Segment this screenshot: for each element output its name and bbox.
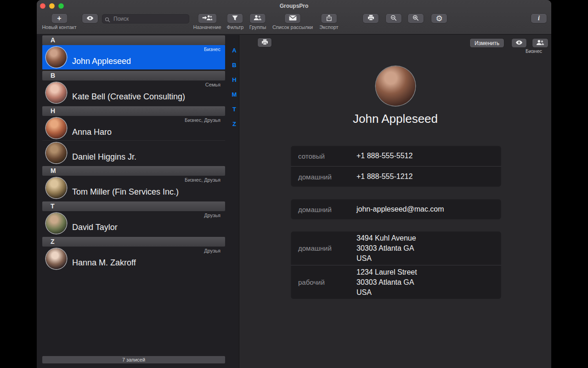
phone-value: +1 888-555-1212 [356, 172, 413, 181]
zoom-in-button[interactable] [408, 14, 424, 23]
toolbar-settings-group: ⚙ [431, 14, 447, 23]
toolbar-print-group [363, 14, 379, 23]
plus-icon: + [57, 15, 61, 22]
section-header-z: Z [42, 237, 225, 247]
contact-group-label: Бизнес [519, 48, 548, 54]
address-row: рабочий 1234 Laurel Street 30303 Atlanta… [291, 265, 501, 299]
section-header-h: H [42, 106, 225, 116]
titlebar: GroupsPro [37, 0, 551, 12]
contact-tag: Друзья [204, 213, 220, 218]
toolbar-search-group [102, 14, 189, 23]
address-line: 1234 Laurel Street [356, 267, 417, 277]
filter-button[interactable] [227, 14, 243, 23]
assign-label: Назначение [193, 25, 221, 30]
contact-row-kate-bell[interactable]: Семья Kate Bell (Creative Consulting) [42, 80, 225, 105]
section-letter: T [51, 202, 55, 210]
search-input[interactable] [102, 14, 189, 23]
new-contact-label: Новый контакт [42, 25, 76, 30]
edit-contact-button[interactable]: Изменить [470, 39, 504, 47]
print-button[interactable] [363, 14, 379, 23]
contact-photo [376, 66, 415, 106]
address-line: USA [356, 253, 416, 264]
section-letter: H [51, 107, 55, 115]
toolbar-filter-group: Фильтр [227, 14, 244, 30]
phone-value: +1 888-555-5512 [356, 152, 413, 160]
window-chrome: GroupsPro + Новый контакт [37, 0, 551, 34]
address-card: домашний 3494 Kuhl Avenue 30303 Atlanta … [291, 231, 501, 299]
funnel-icon [232, 15, 238, 23]
new-contact-button[interactable]: + [51, 14, 67, 23]
eye-icon [86, 15, 94, 22]
toolbar-zoom-out-group [386, 14, 401, 23]
detail-groups-button[interactable] [532, 39, 548, 47]
contact-row-john-appleseed[interactable]: Бизнес John Appleseed [42, 45, 225, 69]
avatar [46, 143, 67, 163]
contact-detail: Изменить Бизнес John Appleseed сотовый +… [239, 35, 551, 368]
address-label: домашний [298, 244, 356, 252]
phone-row: сотовый +1 888-555-5512 [291, 146, 501, 166]
address-value: 1234 Laurel Street 30303 Atlanta GA USA [356, 267, 417, 298]
settings-button[interactable]: ⚙ [431, 14, 447, 23]
address-line: USA [356, 288, 417, 298]
toolbar-view-group [82, 14, 98, 23]
index-letter-a[interactable]: A [232, 46, 236, 55]
email-value: john-appleseed@mac.com [356, 205, 444, 213]
record-count: 7 записей [42, 356, 225, 363]
avatar [46, 82, 67, 103]
toolbar-info-group: i [531, 14, 547, 23]
email-label: домашний [298, 206, 356, 213]
zoom-out-button[interactable] [386, 14, 401, 23]
contact-tag: Бизнес, Друзья [185, 177, 220, 183]
alphabet-index: A B H M T Z [230, 35, 239, 368]
contact-name: Hanna M. Zakroff [72, 258, 136, 268]
index-letter-b[interactable]: B [232, 61, 236, 69]
contact-detail-name: John Appleseed [239, 112, 551, 126]
eye-icon [515, 40, 523, 46]
printer-icon [368, 15, 374, 22]
contact-row-david-taylor[interactable]: Друзья David Taylor [42, 211, 225, 236]
detail-view-button[interactable] [512, 39, 526, 47]
zoom-in-icon [413, 15, 419, 23]
view-button[interactable] [82, 14, 98, 23]
avatar [46, 178, 67, 198]
section-header-t: T [42, 201, 225, 211]
detail-print-button[interactable] [258, 38, 271, 47]
section-letter: A [51, 36, 55, 44]
toolbar: + Новый контакт [37, 12, 551, 34]
contact-list: A Бизнес John Appleseed B Семья Kate Bel… [42, 35, 225, 368]
printer-icon [261, 39, 268, 46]
mailing-list-button[interactable] [285, 14, 300, 23]
avatar [46, 213, 67, 234]
contact-name: John Appleseed [72, 57, 131, 66]
toolbar-zoom-in-group [408, 14, 424, 23]
info-icon: i [538, 15, 540, 22]
contact-row-tom-miller[interactable]: Бизнес, Друзья Tom Miller (Fin Services … [42, 176, 225, 200]
people-icon [536, 40, 544, 47]
info-button[interactable]: i [531, 14, 547, 23]
contact-tag: Бизнес [204, 46, 220, 52]
contact-row-anna-haro[interactable]: Бизнес, Друзья Anna Haro [42, 116, 225, 140]
address-line: 30303 Atlanta GA [356, 243, 416, 253]
index-letter-m[interactable]: M [232, 90, 237, 99]
phone-row: домашний +1 888-555-1212 [291, 167, 501, 187]
assign-button[interactable] [198, 14, 216, 23]
export-button[interactable] [321, 14, 337, 23]
index-letter-h[interactable]: H [232, 75, 236, 84]
export-label: Экспорт [319, 25, 338, 30]
contact-row-hanna-zakroff[interactable]: Друзья Hanna M. Zakroff [42, 247, 225, 271]
index-letter-z[interactable]: Z [232, 120, 236, 128]
content-area: A Бизнес John Appleseed B Семья Kate Bel… [37, 35, 551, 368]
phone-label: домашний [298, 173, 356, 181]
address-line: 3494 Kuhl Avenue [356, 233, 416, 243]
avatar [46, 47, 67, 68]
contact-tag: Бизнес, Друзья [185, 117, 220, 123]
app-window: GroupsPro + Новый контакт [37, 0, 551, 368]
zoom-out-icon [390, 15, 397, 23]
phone-card: сотовый +1 888-555-5512 домашний +1 888-… [291, 146, 501, 187]
index-letter-t[interactable]: T [232, 105, 236, 114]
share-icon [326, 15, 332, 23]
groups-button[interactable] [250, 14, 266, 23]
toolbar-groups-group: Группы [249, 14, 266, 30]
contact-row-daniel-higgins[interactable]: Daniel Higgins Jr. [42, 140, 225, 165]
assign-arrow-people-icon [202, 15, 212, 22]
